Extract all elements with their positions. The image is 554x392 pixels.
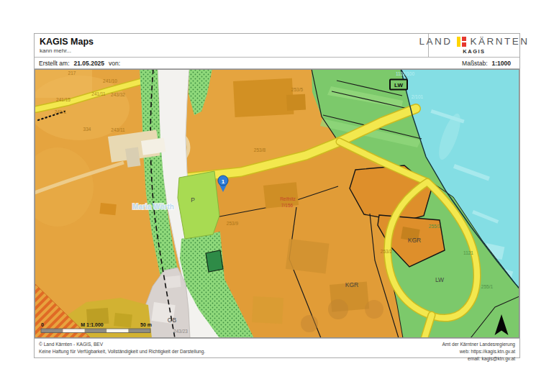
logo-land-text: LAND [419, 37, 452, 47]
land-kaernten-logo: LAND KÄRNTEN KAGIS [428, 34, 519, 57]
footer: © Land Kärnten - KAGIS, BEV Keine Haftun… [35, 339, 519, 357]
footer-contact: Amt der Kärntner Landesregierung web: ht… [442, 341, 515, 363]
map-label-253-2: 253/2 [381, 249, 393, 254]
app-title: KAGIS Maps [40, 37, 94, 47]
logo-kagis-text: KAGIS [463, 48, 485, 55]
map-label-241-15: 241/15 [56, 97, 71, 102]
scale-title: M 1:1.000 [81, 322, 104, 327]
parcel-dark-green [206, 250, 223, 272]
map-label-253-8: 253/8 [254, 147, 266, 152]
scale-info: Maßstab:1:1000 [462, 60, 515, 67]
header: KAGIS Maps kann mehr... LAND KÄRNTEN KAG… [35, 34, 519, 58]
map-label-241-10: 241/10 [103, 78, 117, 83]
map-label-gb: GB [168, 316, 177, 324]
map-label-241-11: 241/11 [91, 91, 106, 96]
created-date: 21.05.2025 [74, 60, 105, 67]
created-info: Erstellt am:21.05.2025von: [39, 60, 124, 67]
map-label-2-101: 2/101 [412, 94, 424, 99]
map-canvas[interactable]: PGBKGRKGRLWLWMaria WörthReifnitz7/156217… [35, 69, 519, 338]
map-label-kgr: KGR [345, 281, 358, 288]
map-label-1121: 1121 [463, 250, 473, 255]
map-label-1117-100: 1117/100 [396, 71, 415, 76]
parcel-p [178, 171, 219, 239]
map-label-lw: LW [394, 82, 403, 88]
map-label-reifnitz: Reifnitz [280, 196, 296, 201]
logo-kaernten-text: KÄRNTEN [471, 37, 530, 47]
kaernten-flag-icon [457, 37, 466, 47]
scale-distance: 50 m [140, 322, 152, 327]
web-line[interactable]: web: https://kagis.ktn.gv.at [442, 348, 515, 355]
email-line[interactable]: email: kagis@ktn.gv.at [442, 355, 515, 363]
disclaimer-line: Keine Haftung für Verfügbarkeit, Vollstä… [39, 348, 205, 355]
map-label-243-32: 243/32 [111, 92, 125, 97]
map-label-243-23: 243/23 [173, 329, 188, 334]
map-label-255-3: 255/3 [429, 224, 441, 229]
map-container[interactable]: PGBKGRKGRLWLWMaria WörthReifnitz7/156217… [35, 69, 519, 339]
print-sheet: KAGIS Maps kann mehr... LAND KÄRNTEN KAG… [34, 33, 520, 358]
map-label-253-9: 253/9 [227, 221, 239, 226]
map-label-243-11: 243/11 [111, 127, 125, 132]
map-label-241-1: 241/1 [55, 109, 67, 114]
marker-number: 1 [222, 178, 225, 185]
map-label-7-156: 7/156 [281, 203, 294, 208]
authority-line: Amt der Kärntner Landesregierung [442, 341, 515, 348]
logo-row: LAND KÄRNTEN [419, 37, 529, 47]
scale-label: Maßstab: [462, 60, 487, 67]
kagis-maps-window: KAGIS Maps kann mehr... LAND KÄRNTEN KAG… [0, 0, 554, 392]
map-label-253-5: 253/5 [291, 87, 304, 92]
von-label: von: [109, 60, 120, 67]
footer-copyright: © Land Kärnten - KAGIS, BEV Keine Haftun… [39, 341, 205, 355]
map-label-maria-w-rth: Maria Wörth [132, 203, 174, 211]
map-label-lw: LW [435, 276, 444, 283]
map-label-217: 217 [68, 70, 76, 76]
app-subtitle: kann mehr... [40, 47, 71, 54]
created-label: Erstellt am: [39, 60, 70, 67]
info-bar: Erstellt am:21.05.2025von: Maßstab:1:100… [35, 58, 519, 69]
scale-value: 1:1000 [492, 60, 511, 67]
copyright-line: © Land Kärnten - KAGIS, BEV [39, 341, 205, 348]
map-label-255-1: 255/1 [481, 284, 494, 289]
map-label-kgr: KGR [408, 237, 421, 244]
map-label-p: P [191, 196, 195, 204]
scale-zero: 0 [41, 322, 44, 327]
map-label-334: 334 [83, 127, 91, 132]
